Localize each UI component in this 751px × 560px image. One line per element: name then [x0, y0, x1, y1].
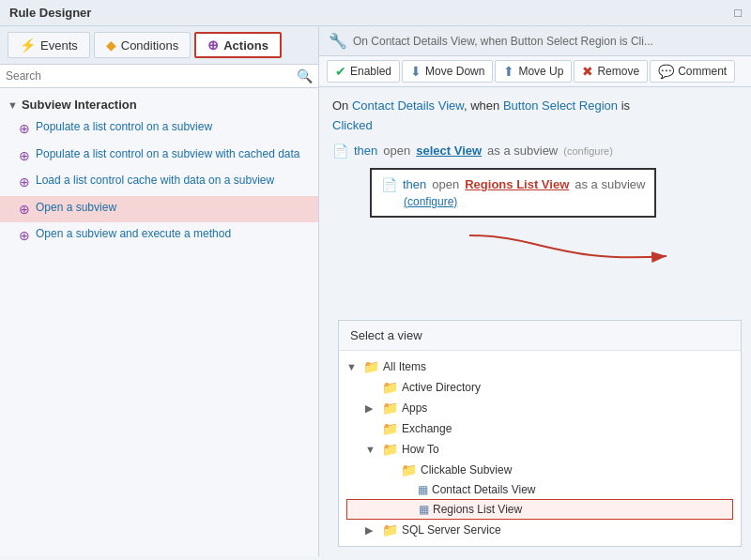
configure-link1[interactable]: (configure) — [563, 145, 613, 157]
tree-item-how-to[interactable]: ▼ 📁 How To — [346, 439, 733, 460]
action2-line: 📄 then open Regions List View as a subvi… — [381, 177, 645, 192]
folder-icon: 📁 — [401, 462, 417, 477]
clicked-link[interactable]: Clicked — [332, 118, 373, 132]
tab-events[interactable]: ⚡ Events — [8, 32, 90, 58]
button-select-region-link[interactable]: Button Select Region — [503, 98, 618, 113]
action-item-icon: ⊕ — [19, 227, 30, 246]
tree-label: Regions List View — [433, 503, 522, 516]
title-bar: Rule Designer □ — [0, 0, 751, 26]
view-icon: 📄 — [332, 144, 348, 159]
folder-icon: 📁 — [382, 522, 398, 537]
arrow-up-icon: ⬆ — [503, 64, 514, 79]
right-panel: 🔧 On Contact Details View, when Button S… — [319, 26, 751, 556]
tree-item-regions-list-view[interactable]: ▦ Regions List View — [346, 499, 733, 520]
tree-container: ▼ 📁 All Items 📁 Active Directory ▶ 📁 — [339, 351, 741, 546]
list-item[interactable]: ⊕ Load a list control cache with data on… — [0, 169, 318, 196]
collapse-icon: ▼ — [8, 99, 18, 111]
list-item-label: Populate a list control on a subview wit… — [36, 146, 300, 162]
nested-action-box: 📄 then open Regions List View as a subvi… — [370, 168, 656, 218]
tree-item-active-directory[interactable]: 📁 Active Directory — [346, 377, 733, 398]
arrow-down-icon: ⬇ — [410, 64, 421, 79]
action1-line: 📄 then open select View as a subview (co… — [332, 144, 738, 159]
list-item-open-subview[interactable]: ⊕ Open a subview — [0, 196, 318, 223]
folder-icon: 📁 — [382, 401, 398, 416]
comment-label: Comment — [678, 65, 727, 78]
list-item-label: Open a subview — [36, 200, 116, 216]
tree-item-clickable-subview[interactable]: 📁 Clickable Subview — [346, 460, 733, 480]
left-panel: ⚡ Events ◆ Conditions ⊕ Actions 🔍 ▼ Subv… — [0, 26, 319, 556]
contact-details-link[interactable]: Contact Details View — [352, 98, 464, 113]
tree-label: How To — [402, 443, 439, 456]
as-subview-text2: as a subview — [575, 177, 645, 191]
as-subview-text1: as a subview — [487, 144, 558, 158]
tree-label: Contact Details View — [432, 483, 536, 496]
check-icon: ✔ — [335, 64, 346, 79]
tree-label: Exchange — [402, 422, 452, 435]
right-header: 🔧 On Contact Details View, when Button S… — [319, 26, 751, 56]
select-view-link[interactable]: select View — [416, 144, 482, 158]
list-item[interactable]: ⊕ Populate a list control on a subview — [0, 115, 318, 143]
list-item-label: Populate a list control on a subview — [36, 119, 212, 135]
search-icon: 🔍 — [297, 68, 313, 83]
section-header[interactable]: ▼ Subview Interaction — [0, 94, 318, 115]
view-icon2: 📄 — [381, 177, 397, 192]
tree-item-contact-details-view[interactable]: ▦ Contact Details View — [346, 480, 733, 499]
configure-link2[interactable]: (configure) — [404, 195, 457, 208]
search-bar: 🔍 — [0, 65, 318, 88]
comment-icon: 💬 — [658, 64, 674, 79]
folder-icon: 📁 — [382, 380, 398, 395]
app-title: Rule Designer — [9, 6, 91, 20]
tree-label: SQL Server Service — [402, 523, 501, 537]
tree-item-exchange[interactable]: 📁 Exchange — [346, 418, 733, 439]
enabled-button[interactable]: ✔ Enabled — [327, 60, 400, 83]
list-item-label: Open a subview and execute a method — [36, 226, 231, 242]
open-text2: open — [432, 177, 459, 191]
tree-item-apps[interactable]: ▶ 📁 Apps — [346, 398, 733, 418]
select-view-panel: Select a view ▼ 📁 All Items 📁 Active Dir… — [338, 320, 742, 547]
right-content: On Contact Details View, when Button Sel… — [319, 87, 751, 556]
condition-part3: is — [618, 98, 630, 113]
view-icon: ▦ — [419, 503, 429, 516]
enabled-label: Enabled — [350, 65, 391, 78]
then-link1[interactable]: then — [354, 144, 377, 158]
regions-list-link[interactable]: Regions List View — [465, 177, 569, 191]
select-view-header: Select a view — [339, 321, 741, 351]
search-input[interactable] — [6, 69, 297, 83]
list-item[interactable]: ⊕ Open a subview and execute a method — [0, 222, 318, 250]
condition-part2: , when — [464, 98, 503, 113]
tree-label: Apps — [402, 401, 427, 415]
folder-icon: 📁 — [382, 421, 398, 436]
open-text1: open — [383, 144, 410, 158]
expand-icon: ▼ — [346, 361, 360, 372]
then-link2[interactable]: then — [403, 177, 426, 191]
red-arrow — [465, 226, 671, 282]
remove-icon: ✖ — [582, 64, 593, 79]
condition-part1: On — [332, 98, 352, 113]
move-down-button[interactable]: ⬇ Move Down — [402, 60, 493, 83]
list-item[interactable]: ⊕ Populate a list control on a subview w… — [0, 143, 318, 170]
move-up-label: Move Up — [518, 65, 563, 78]
close-icon[interactable]: □ — [734, 6, 742, 20]
tree-item-sql-server-service[interactable]: ▶ 📁 SQL Server Service — [346, 520, 733, 540]
events-icon: ⚡ — [20, 38, 36, 53]
action-item-icon: ⊕ — [19, 201, 30, 219]
expand-icon: ▼ — [365, 444, 378, 455]
list-item-label: Load a list control cache with data on a… — [36, 173, 274, 189]
tab-conditions-label: Conditions — [121, 38, 178, 53]
remove-label: Remove — [597, 65, 639, 78]
move-up-button[interactable]: ⬆ Move Up — [495, 60, 572, 83]
folder-icon: 📁 — [363, 359, 379, 374]
remove-button[interactable]: ✖ Remove — [574, 60, 648, 83]
action-item-icon: ⊕ — [19, 174, 30, 192]
tab-conditions[interactable]: ◆ Conditions — [94, 32, 191, 58]
tree-item-all-items[interactable]: ▼ 📁 All Items — [346, 356, 733, 377]
left-content: ▼ Subview Interaction ⊕ Populate a list … — [0, 88, 318, 556]
comment-button[interactable]: 💬 Comment — [650, 60, 735, 83]
right-header-text: On Contact Details View, when Button Sel… — [353, 35, 653, 48]
tab-bar: ⚡ Events ◆ Conditions ⊕ Actions — [0, 26, 318, 65]
folder-icon: 📁 — [382, 442, 398, 457]
action-item-icon: ⊕ — [19, 147, 30, 166]
condition-text: On Contact Details View, when Button Sel… — [332, 97, 738, 136]
tab-actions[interactable]: ⊕ Actions — [194, 32, 282, 58]
move-down-label: Move Down — [425, 65, 484, 78]
